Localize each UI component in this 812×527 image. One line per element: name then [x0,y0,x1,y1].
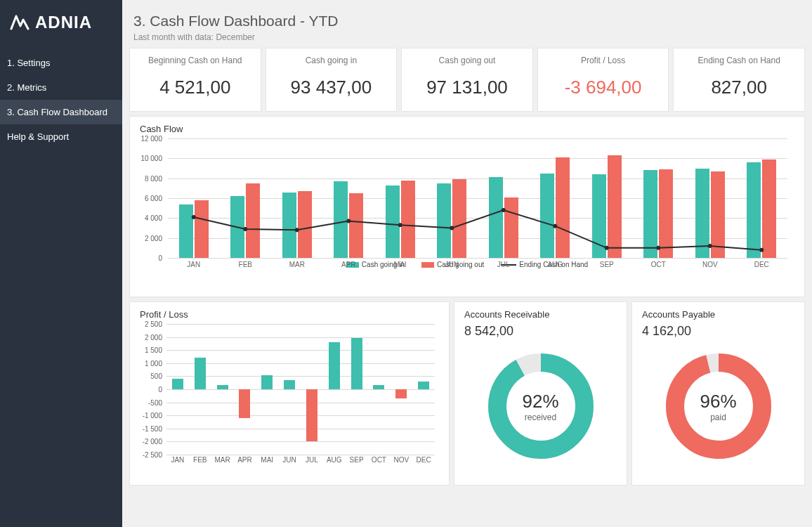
kpi-card-1: Cash going in93 437,00 [266,48,398,112]
sidebar-item-1[interactable]: 2. Metrics [0,75,122,100]
app-root: ADNIA 1. Settings2. Metrics3. Cash Flow … [0,0,812,527]
kpi-card-4: Ending Cash on Hand827,00 [673,48,805,112]
kpi-card-2: Cash going out97 131,00 [401,48,533,112]
kpi-card-3: Profit / Loss-3 694,00 [537,48,669,112]
receivable-value: 8 542,00 [464,324,617,339]
kpi-label: Ending Cash on Hand [679,56,799,65]
sidebar: ADNIA 1. Settings2. Metrics3. Cash Flow … [0,0,122,527]
receivable-title: Accounts Receivable [464,309,617,320]
brand-text: ADNIA [35,13,92,32]
profitloss-chart: -2 500-2 000-1 500-1 000-50005001 0001 5… [166,324,435,455]
kpi-row: Beginning Cash on Hand4 521,00Cash going… [129,48,805,112]
sidebar-item-0[interactable]: 1. Settings [0,51,122,75]
main: 3. Cash Flow Dashboard - YTD Last month … [122,0,812,527]
page-title: 3. Cash Flow Dashboard - YTD [133,13,805,30]
kpi-label: Cash going in [272,56,391,65]
brand-logo: ADNIA [0,0,122,51]
cashflow-chart: 02 0004 0006 0008 00010 00012 000JANFEBM… [168,138,787,258]
kpi-value: 97 131,00 [407,77,527,98]
kpi-value: 4 521,00 [136,77,255,98]
kpi-label: Profit / Loss [544,56,663,65]
kpi-card-0: Beginning Cash on Hand4 521,00 [129,48,261,112]
payable-panel: Accounts Payable 4 162,00 96% paid [631,301,805,486]
payable-sub: paid [700,412,736,422]
kpi-value: -3 694,00 [544,77,663,98]
receivable-panel: Accounts Receivable 8 542,00 92% receive… [454,301,627,486]
legend-item-ending: Ending Cash on Hand [501,261,588,268]
profitloss-title: Profit / Loss [140,309,439,320]
payable-value: 4 162,00 [642,324,794,339]
kpi-label: Beginning Cash on Hand [136,56,255,65]
payable-donut: 96% paid [662,350,775,462]
receivable-sub: received [522,412,558,422]
cashflow-title: Cash Flow [140,124,794,134]
receivable-pct: 92% [522,391,558,412]
logo-icon [10,15,30,30]
payable-pct: 96% [700,391,736,412]
kpi-label: Cash going out [407,56,527,65]
page-subtitle: Last month with data: December [133,32,805,42]
bottom-row: Profit / Loss -2 500-2 000-1 500-1 000-5… [129,301,805,486]
receivable-donut: 92% received [485,350,597,462]
profitloss-panel: Profit / Loss -2 500-2 000-1 500-1 000-5… [129,301,450,486]
sidebar-item-2[interactable]: 3. Cash Flow Dashboard [0,100,122,124]
cashflow-panel: Cash Flow 02 0004 0006 0008 00010 00012 … [129,116,805,297]
payable-title: Accounts Payable [642,309,794,320]
kpi-value: 93 437,00 [272,77,391,98]
sidebar-item-3[interactable]: Help & Support [0,124,122,149]
kpi-value: 827,00 [679,77,799,98]
